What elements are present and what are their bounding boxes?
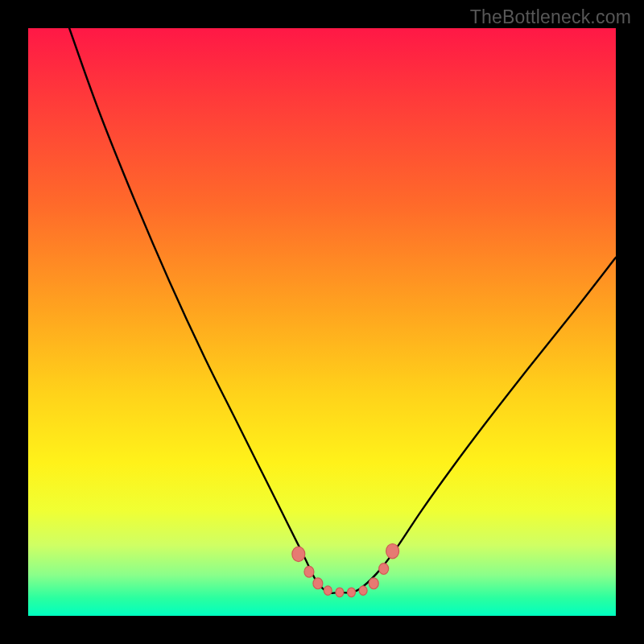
curve-marker bbox=[304, 566, 314, 577]
curve-marker bbox=[336, 588, 344, 597]
curve-marker bbox=[386, 544, 399, 559]
curve-marker bbox=[292, 547, 305, 561]
curve-marker bbox=[369, 578, 378, 589]
bottleneck-curve bbox=[69, 28, 616, 593]
plot-area bbox=[28, 28, 616, 616]
curve-marker bbox=[359, 586, 367, 596]
curve-svg bbox=[28, 28, 616, 616]
curve-marker bbox=[379, 564, 389, 575]
curve-marker bbox=[324, 586, 332, 596]
watermark-text: TheBottleneck.com bbox=[470, 6, 631, 28]
chart-frame: TheBottleneck.com bbox=[0, 0, 644, 644]
curve-marker bbox=[313, 578, 323, 589]
curve-marker bbox=[348, 588, 356, 597]
marker-group bbox=[292, 544, 399, 597]
